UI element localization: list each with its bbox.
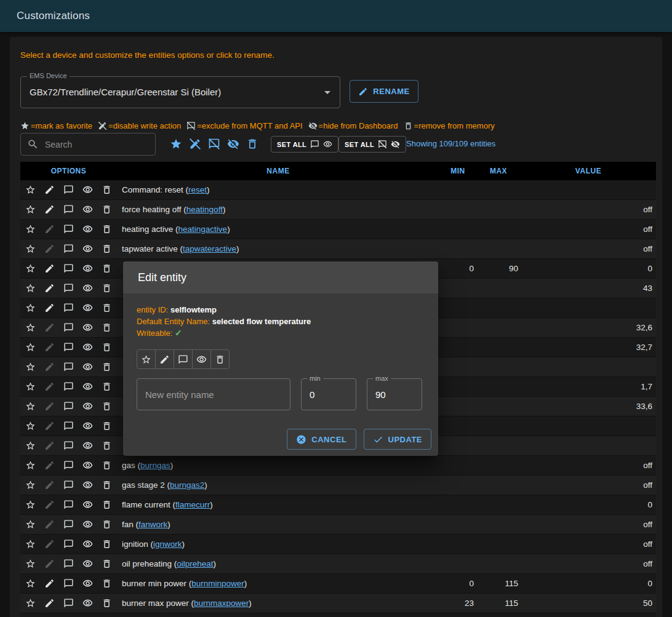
- entity-code-link[interactable]: reset: [188, 185, 207, 194]
- eye-icon[interactable]: [82, 401, 93, 412]
- edit-icon[interactable]: [44, 421, 55, 431]
- trash-icon[interactable]: [102, 480, 112, 490]
- search-field[interactable]: [20, 133, 156, 156]
- table-row[interactable]: heating active (heatingactive) off: [20, 220, 656, 239]
- table-row[interactable]: force heating off (heatingoff) off: [20, 200, 656, 220]
- new-entity-name-input[interactable]: [137, 379, 290, 410]
- favorite-star-icon[interactable]: [25, 519, 36, 530]
- edit-icon[interactable]: [44, 303, 55, 313]
- entity-code-link[interactable]: flamecurr: [175, 500, 210, 509]
- favorite-star-icon[interactable]: [25, 204, 36, 215]
- eye-icon[interactable]: [82, 342, 93, 352]
- edit-icon[interactable]: [44, 401, 55, 412]
- edit-icon[interactable]: [44, 185, 55, 195]
- eye-icon[interactable]: [82, 539, 93, 549]
- eye-icon[interactable]: [82, 421, 93, 431]
- entity-code-link[interactable]: burnmaxpower: [194, 599, 249, 608]
- edit-icon[interactable]: [44, 322, 55, 333]
- favorite-star-icon[interactable]: [25, 224, 36, 234]
- trash-icon[interactable]: [102, 362, 112, 372]
- entity-code-link[interactable]: heatingoff: [186, 205, 223, 214]
- dialog-write-toggle[interactable]: [155, 349, 174, 369]
- entity-code-link[interactable]: ignwork: [153, 539, 182, 549]
- edit-icon[interactable]: [44, 460, 55, 471]
- table-row[interactable]: gas stage 2 (burngas2) off: [20, 476, 656, 495]
- comment-icon[interactable]: [63, 204, 74, 215]
- filter-favorite-button[interactable]: [166, 134, 185, 154]
- favorite-star-icon[interactable]: [25, 322, 36, 333]
- entity-code-link[interactable]: burngas2: [170, 480, 204, 490]
- favorite-star-icon[interactable]: [25, 244, 36, 254]
- trash-icon[interactable]: [102, 342, 112, 352]
- comment-icon[interactable]: [63, 401, 74, 412]
- update-button[interactable]: UPDATE: [364, 429, 431, 450]
- favorite-star-icon[interactable]: [25, 421, 36, 431]
- rename-button[interactable]: RENAME: [350, 80, 418, 103]
- eye-icon[interactable]: [82, 460, 93, 471]
- set-all-visible-button[interactable]: SET ALL: [271, 136, 338, 153]
- set-all-hidden-button[interactable]: SET ALL: [338, 136, 406, 153]
- favorite-star-icon[interactable]: [25, 539, 36, 549]
- trash-icon[interactable]: [102, 500, 112, 510]
- dialog-favorite-toggle[interactable]: [137, 349, 156, 369]
- table-row[interactable]: oil preheating (oilpreheat) off: [20, 554, 656, 574]
- eye-icon[interactable]: [82, 263, 93, 274]
- eye-icon[interactable]: [82, 204, 93, 215]
- eye-icon[interactable]: [82, 362, 93, 372]
- favorite-star-icon[interactable]: [25, 283, 36, 293]
- favorite-star-icon[interactable]: [25, 460, 36, 471]
- cancel-button[interactable]: CANCEL: [287, 429, 356, 450]
- edit-icon[interactable]: [44, 224, 55, 234]
- entity-code-link[interactable]: burnminpower: [191, 579, 244, 588]
- edit-icon[interactable]: [44, 381, 55, 392]
- edit-icon[interactable]: [44, 204, 55, 215]
- eye-icon[interactable]: [82, 322, 93, 333]
- eye-icon[interactable]: [82, 519, 93, 530]
- comment-icon[interactable]: [63, 244, 74, 254]
- edit-icon[interactable]: [44, 342, 55, 352]
- eye-icon[interactable]: [82, 224, 93, 234]
- favorite-star-icon[interactable]: [25, 598, 36, 608]
- trash-icon[interactable]: [102, 519, 112, 530]
- favorite-star-icon[interactable]: [25, 303, 36, 313]
- trash-icon[interactable]: [102, 283, 112, 293]
- trash-icon[interactable]: [102, 401, 112, 412]
- max-input[interactable]: [367, 379, 422, 410]
- comment-icon[interactable]: [63, 480, 74, 490]
- edit-icon[interactable]: [44, 263, 55, 274]
- comment-icon[interactable]: [63, 381, 74, 392]
- trash-icon[interactable]: [102, 263, 112, 274]
- trash-icon[interactable]: [102, 539, 112, 549]
- edit-icon[interactable]: [44, 283, 55, 293]
- filter-remove-button[interactable]: [242, 134, 262, 154]
- trash-icon[interactable]: [102, 204, 112, 215]
- filter-exclude-mqtt-button[interactable]: [204, 134, 223, 154]
- edit-icon[interactable]: [44, 480, 55, 490]
- edit-icon[interactable]: [44, 519, 55, 530]
- new-entity-name-field[interactable]: [137, 378, 290, 410]
- comment-icon[interactable]: [63, 460, 74, 471]
- comment-icon[interactable]: [63, 539, 74, 549]
- comment-icon[interactable]: [63, 519, 74, 530]
- filter-disable-write-button[interactable]: [185, 134, 204, 154]
- eye-icon[interactable]: [82, 381, 93, 392]
- table-row[interactable]: Command: reset (reset): [20, 180, 656, 200]
- eye-icon[interactable]: [82, 559, 93, 569]
- comment-icon[interactable]: [63, 283, 74, 293]
- table-row[interactable]: [20, 613, 656, 617]
- comment-icon[interactable]: [63, 185, 74, 195]
- trash-icon[interactable]: [102, 598, 112, 608]
- edit-icon[interactable]: [44, 440, 55, 451]
- dialog-visibility-toggle[interactable]: [192, 349, 211, 369]
- edit-icon[interactable]: [44, 598, 55, 608]
- min-input[interactable]: [302, 379, 356, 410]
- favorite-star-icon[interactable]: [25, 559, 36, 569]
- edit-icon[interactable]: [44, 539, 55, 549]
- eye-icon[interactable]: [82, 303, 93, 313]
- eye-icon[interactable]: [82, 480, 93, 490]
- ems-device-select[interactable]: EMS Device GBx72/Trendline/Cerapur/Green…: [20, 76, 340, 108]
- eye-icon[interactable]: [82, 283, 93, 293]
- dialog-mqtt-toggle[interactable]: [174, 349, 193, 369]
- eye-icon[interactable]: [82, 244, 93, 254]
- favorite-star-icon[interactable]: [25, 401, 36, 412]
